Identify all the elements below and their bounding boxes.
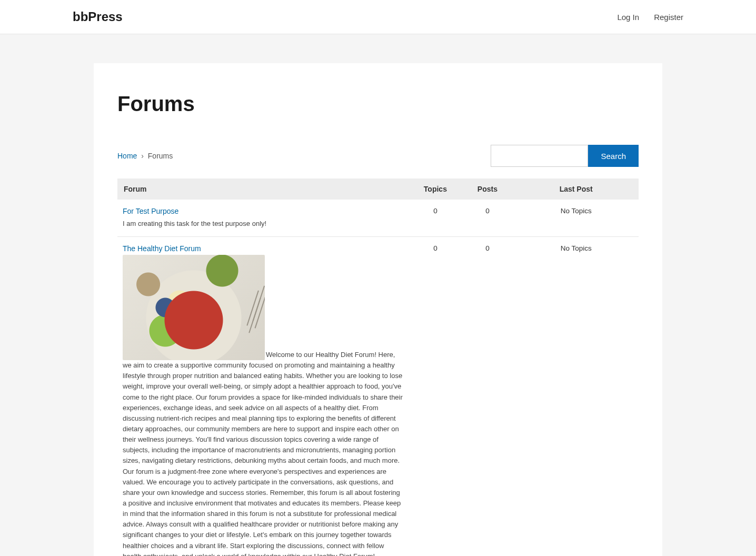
forum-posts-count: 0 — [461, 237, 513, 556]
breadcrumb-home[interactable]: Home — [117, 152, 137, 160]
search-form: Search — [491, 145, 639, 167]
breadcrumb-separator: › — [141, 152, 144, 160]
forum-title-link[interactable]: The Healthy Diet Forum — [123, 244, 201, 253]
forum-last-post: No Topics — [513, 237, 639, 556]
page-background: Forums Home › Forums Search Forum Topics… — [0, 34, 756, 556]
content-card: Forums Home › Forums Search Forum Topics… — [94, 63, 662, 556]
forum-description: I am creating this task for the test pur… — [123, 219, 404, 229]
forum-thumbnail-image — [123, 255, 265, 360]
column-header-posts: Posts — [461, 178, 513, 200]
site-header: bbPress Log In Register — [0, 0, 756, 34]
column-header-last-post: Last Post — [513, 178, 639, 200]
breadcrumb: Home › Forums — [117, 152, 173, 160]
forum-title-link[interactable]: For Test Purpose — [123, 207, 178, 215]
forum-description: Welcome to our Healthy Diet Forum! Here,… — [123, 255, 404, 556]
search-input[interactable] — [491, 145, 588, 167]
table-row: For Test Purpose I am creating this task… — [117, 200, 639, 237]
login-link[interactable]: Log In — [617, 13, 639, 22]
header-nav: Log In Register — [617, 13, 683, 22]
site-title[interactable]: bbPress — [73, 9, 123, 24]
forum-topics-count: 0 — [409, 237, 461, 556]
table-row: The Healthy Diet Forum Welcome to our He… — [117, 237, 639, 556]
forum-last-post: No Topics — [513, 200, 639, 237]
page-title: Forums — [117, 92, 639, 116]
column-header-forum: Forum — [117, 178, 409, 200]
register-link[interactable]: Register — [654, 13, 683, 22]
column-header-topics: Topics — [409, 178, 461, 200]
search-button[interactable]: Search — [588, 145, 639, 167]
forum-topics-count: 0 — [409, 200, 461, 237]
breadcrumb-current: Forums — [148, 152, 173, 160]
forums-table: Forum Topics Posts Last Post For Test Pu… — [117, 178, 639, 556]
forum-posts-count: 0 — [461, 200, 513, 237]
forum-description-text: Welcome to our Healthy Diet Forum! Here,… — [123, 351, 403, 556]
